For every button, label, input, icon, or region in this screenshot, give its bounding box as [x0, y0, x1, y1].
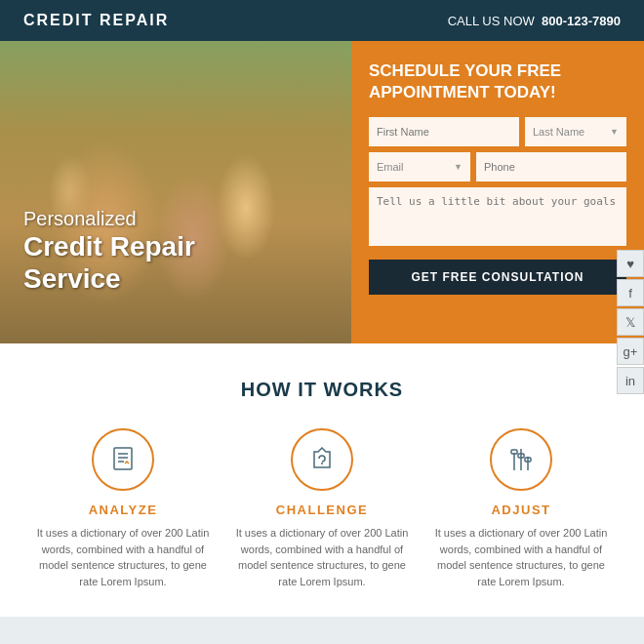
- social-sidebar: ♥ f 𝕏 g+ in: [617, 250, 644, 394]
- site-logo: CREDIT REPAIR: [23, 12, 169, 29]
- step-adjust: ADJUST It uses a dictionary of over 200 …: [422, 428, 621, 589]
- twitter-icon[interactable]: 𝕏: [617, 308, 644, 336]
- hero-photo: [0, 41, 351, 343]
- adjust-desc: It uses a dictionary of over 200 Latin w…: [433, 525, 609, 589]
- name-row: Last Name ▼: [369, 117, 626, 146]
- step-challenge: CHALLENGE It uses a dictionary of over 2…: [222, 428, 422, 589]
- svg-rect-8: [511, 450, 517, 454]
- last-name-label: Last Name: [533, 126, 584, 138]
- svg-rect-0: [114, 448, 132, 469]
- linkedin-icon[interactable]: in: [617, 367, 644, 394]
- phone-number[interactable]: 800-123-7890: [542, 14, 621, 28]
- chevron-down-icon: ▼: [610, 127, 619, 137]
- googleplus-icon[interactable]: g+: [617, 338, 644, 365]
- hero-image-panel: Personalized Credit Repair Service: [0, 41, 351, 343]
- hero-line1: Personalized: [23, 208, 195, 230]
- form-title: SCHEDULE YOUR FREE APPOINTMENT TODAY!: [369, 60, 626, 103]
- phone-input[interactable]: [476, 152, 626, 181]
- header: CREDIT REPAIR CALL US NOW 800-123-7890: [0, 0, 644, 41]
- email-label: Email: [377, 161, 404, 173]
- chevron-down-icon-2: ▼: [454, 162, 463, 172]
- adjust-label: ADJUST: [491, 503, 550, 517]
- how-it-works-title: HOW IT WORKS: [23, 379, 621, 401]
- how-it-works-section: HOW IT WORKS ANALYZE It uses a dictionar…: [0, 343, 644, 617]
- analyze-icon-circle: [92, 428, 154, 491]
- appointment-form-panel: SCHEDULE YOUR FREE APPOINTMENT TODAY! La…: [351, 41, 644, 343]
- challenge-label: CHALLENGE: [276, 503, 368, 517]
- adjust-icon-circle: [490, 428, 552, 491]
- email-select[interactable]: Email ▼: [369, 152, 470, 181]
- challenge-icon: [306, 444, 338, 475]
- last-name-select[interactable]: Last Name ▼: [525, 117, 626, 146]
- analyze-desc: It uses a dictionary of over 200 Latin w…: [35, 525, 211, 589]
- steps-container: ANALYZE It uses a dictionary of over 200…: [23, 428, 621, 589]
- header-phone: CALL US NOW 800-123-7890: [448, 14, 621, 28]
- hero-text-block: Personalized Credit Repair Service: [23, 208, 195, 295]
- analyze-icon: [107, 444, 139, 475]
- adjust-icon: [505, 444, 537, 475]
- challenge-icon-circle: [291, 428, 353, 491]
- get-consultation-button[interactable]: GET FREE CONSULTATION: [369, 260, 626, 295]
- first-name-input[interactable]: [369, 117, 519, 146]
- hero-line3: Service: [23, 263, 195, 295]
- hero-section: Personalized Credit Repair Service SCHED…: [0, 41, 644, 343]
- who-we-are-section: WHO WE ARE? There are many variations of…: [0, 617, 644, 644]
- challenge-desc: It uses a dictionary of over 200 Latin w…: [234, 525, 410, 589]
- goals-textarea[interactable]: [369, 187, 626, 246]
- call-label: CALL US NOW: [448, 14, 535, 28]
- heart-icon[interactable]: ♥: [617, 250, 644, 277]
- contact-row: Email ▼: [369, 152, 626, 181]
- facebook-icon[interactable]: f: [617, 279, 644, 306]
- step-analyze: ANALYZE It uses a dictionary of over 200…: [23, 428, 222, 589]
- svg-point-4: [321, 463, 323, 464]
- hero-line2: Credit Repair: [23, 230, 195, 263]
- analyze-label: ANALYZE: [89, 503, 158, 517]
